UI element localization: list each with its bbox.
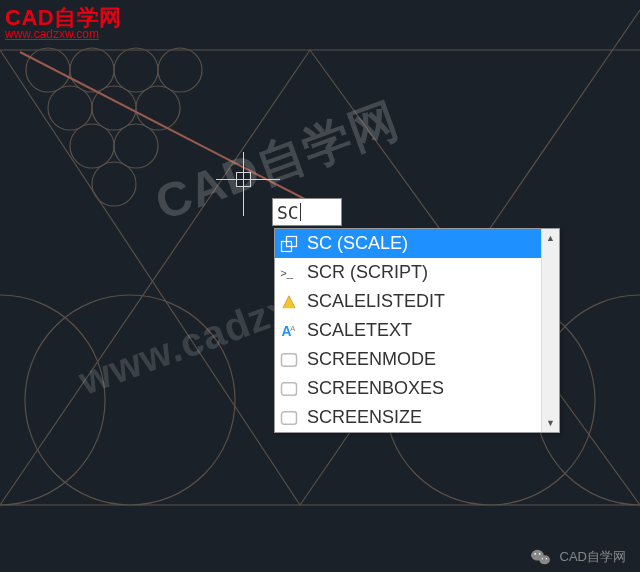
autocomplete-item-script[interactable]: >_ SCR (SCRIPT): [275, 258, 559, 287]
svg-rect-23: [282, 382, 297, 395]
wechat-icon: [530, 548, 552, 566]
scrollbar[interactable]: ▲ ▼: [541, 229, 559, 432]
autocomplete-item-scale[interactable]: SC (SCALE): [275, 229, 559, 258]
autocomplete-item-scalelistedit[interactable]: SCALELISTEDIT: [275, 287, 559, 316]
footer-attribution: CAD自学网: [530, 548, 626, 566]
svg-point-10: [48, 86, 92, 130]
svg-point-30: [545, 558, 546, 559]
svg-point-9: [158, 48, 202, 92]
svg-text:A: A: [290, 324, 295, 333]
scroll-up-icon[interactable]: ▲: [542, 229, 559, 247]
autocomplete-label: SCR (SCRIPT): [307, 262, 428, 283]
scalelist-icon: [279, 292, 299, 312]
sysvar-icon: [279, 379, 299, 399]
svg-point-8: [114, 48, 158, 92]
watermark-url: www.cadzxw.com: [5, 27, 99, 41]
scale-icon: [279, 234, 299, 254]
autocomplete-item-screensize[interactable]: SCREENSIZE: [275, 403, 559, 432]
footer-label: CAD自学网: [560, 548, 626, 566]
autocomplete-label: SC (SCALE): [307, 233, 408, 254]
svg-point-26: [539, 555, 550, 564]
autocomplete-label: SCALELISTEDIT: [307, 291, 445, 312]
autocomplete-list: SC (SCALE) >_ SCR (SCRIPT) SCALELISTEDIT…: [275, 229, 559, 432]
script-icon: >_: [279, 263, 299, 283]
scroll-down-icon[interactable]: ▼: [542, 414, 559, 432]
svg-line-16: [20, 52, 330, 212]
autocomplete-label: SCREENMODE: [307, 349, 436, 370]
svg-point-2: [25, 295, 235, 505]
autocomplete-item-screenboxes[interactable]: SCREENBOXES: [275, 374, 559, 403]
autocomplete-item-screenmode[interactable]: SCREENMODE: [275, 345, 559, 374]
autocomplete-label: SCALETEXT: [307, 320, 412, 341]
svg-point-14: [114, 124, 158, 168]
sysvar-icon: [279, 408, 299, 428]
svg-point-7: [70, 48, 114, 92]
svg-point-13: [70, 124, 114, 168]
command-input[interactable]: SC: [272, 198, 342, 226]
text-caret: [300, 203, 301, 221]
sysvar-icon: [279, 350, 299, 370]
svg-point-6: [26, 48, 70, 92]
svg-point-15: [92, 162, 136, 206]
svg-point-4: [0, 295, 105, 505]
autocomplete-label: SCREENBOXES: [307, 378, 444, 399]
svg-point-29: [541, 558, 542, 559]
svg-point-27: [534, 553, 536, 555]
svg-rect-24: [282, 411, 297, 424]
svg-text:>_: >_: [280, 266, 294, 278]
command-input-value: SC: [277, 202, 299, 223]
autocomplete-popup: SC (SCALE) >_ SCR (SCRIPT) SCALELISTEDIT…: [274, 228, 560, 433]
autocomplete-item-scaletext[interactable]: AA SCALETEXT: [275, 316, 559, 345]
autocomplete-label: SCREENSIZE: [307, 407, 422, 428]
scaletext-icon: AA: [279, 321, 299, 341]
svg-rect-22: [282, 353, 297, 366]
svg-point-28: [538, 553, 540, 555]
